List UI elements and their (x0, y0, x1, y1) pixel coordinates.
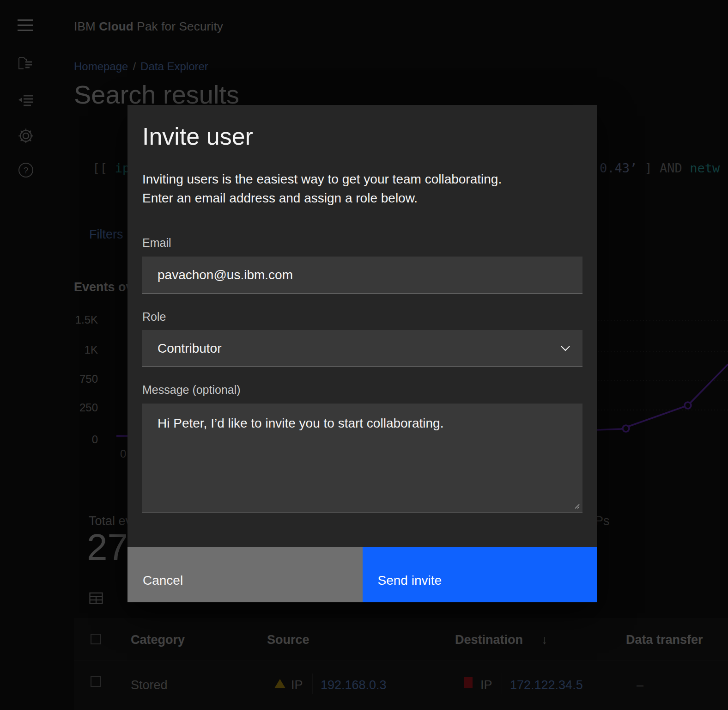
screen: IBM Cloud Pak for Security ? Homepage/Da… (0, 0, 728, 710)
chevron-down-icon (560, 345, 570, 352)
role-selected-value: Contributor (158, 330, 222, 367)
message-label: Message (optional) (142, 383, 241, 397)
modal-footer: Cancel Send invite (127, 547, 597, 602)
role-label: Role (142, 310, 166, 324)
modal-description-line2: Enter an email address and assign a role… (142, 189, 502, 208)
modal-description-line1: Inviting users is the easiest way to get… (142, 170, 502, 189)
modal-description: Inviting users is the easiest way to get… (142, 170, 502, 208)
email-label: Email (142, 236, 171, 250)
email-field[interactable] (142, 257, 582, 294)
cancel-button[interactable]: Cancel (127, 547, 363, 602)
role-dropdown[interactable]: Contributor (142, 330, 582, 367)
message-textarea[interactable]: Hi Peter, I’d like to invite you to star… (142, 404, 582, 513)
message-field-wrap: Hi Peter, I’d like to invite you to star… (142, 404, 582, 513)
invite-user-modal: Invite user Inviting users is the easies… (127, 105, 597, 602)
modal-title: Invite user (142, 122, 253, 150)
resize-handle-icon[interactable] (574, 503, 580, 509)
send-invite-button[interactable]: Send invite (363, 547, 598, 602)
